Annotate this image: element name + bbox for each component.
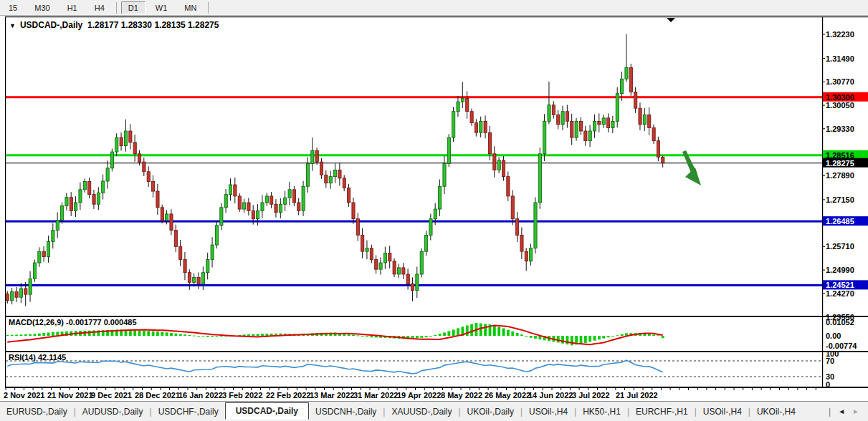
tab-audusd-daily[interactable]: AUDUSD-,Daily	[76, 404, 150, 420]
time-label: 21 Jul 2022	[616, 391, 658, 400]
macd-name: MACD(12,26,9)	[9, 318, 64, 326]
tab-usdchf-daily[interactable]: USDCHF-,Daily	[152, 404, 225, 420]
main-chart-area[interactable]	[6, 17, 822, 316]
time-label: 19 Apr 2022	[397, 391, 441, 400]
time-label: 3 Jul 2022	[572, 391, 610, 400]
time-label: 22 Feb 2022	[266, 391, 310, 400]
toolbar-separator	[116, 2, 117, 14]
rsi-panel[interactable]	[6, 352, 822, 387]
chart-window: 1.322301.314901.307701.300501.293301.278…	[0, 16, 868, 401]
tab-usdcnh-daily[interactable]: USDCNH-,Daily	[309, 404, 383, 420]
symbol-tab-bar: EURUSD-,Daily|AUDUSD-,Daily|USDCHF-,Dail…	[0, 401, 868, 421]
tab-usoil-h4[interactable]: USOil-,H4	[697, 404, 748, 420]
time-label: 31 Mar 2022	[353, 391, 398, 400]
timeframe-button-d1[interactable]: D1	[121, 1, 146, 14]
timeframe-button-15[interactable]: 15	[1, 1, 24, 14]
tab-usoil-h4[interactable]: USOil-,H4	[523, 404, 574, 420]
timeframe-button-mn[interactable]: MN	[177, 1, 204, 14]
tab-separator: |	[829, 407, 831, 417]
tab-ukoil-daily[interactable]: UKOil-,Daily	[461, 404, 520, 420]
mt4-window: 15M30H1H4D1W1MN 1.322301.314901.307701.3…	[0, 0, 868, 421]
tab-usdcad-daily[interactable]: USDCAD-,Daily	[225, 402, 309, 420]
time-label: 9 Dec 2021	[91, 391, 132, 400]
timeframe-button-m30[interactable]: M30	[27, 1, 57, 14]
time-label: 28 Dec 2021	[135, 391, 180, 400]
tab-hk50-h1[interactable]: HK50-,H1	[576, 404, 627, 420]
rsi-name: RSI(14)	[9, 353, 36, 362]
time-label: 2 Nov 2021	[4, 391, 44, 400]
rsi-label: RSI(14) 42.1145	[9, 353, 66, 362]
toolbar-separator	[208, 2, 209, 14]
tab-xauusd-daily[interactable]: XAUUSD-,Daily	[385, 404, 458, 420]
timeframe-toolbar: 15M30H1H4D1W1MN	[0, 0, 868, 16]
tab-eurchf-h1[interactable]: EURCHF-,H1	[629, 404, 695, 420]
time-label: 8 May 2022	[441, 391, 482, 400]
macd-values: -0.001777 0.000485	[66, 318, 136, 326]
time-label: 16 Jan 2022	[178, 391, 223, 400]
timeframe-button-w1[interactable]: W1	[148, 1, 175, 14]
time-label: 13 Mar 2022	[310, 391, 354, 400]
time-label: 14 Jun 2022	[528, 391, 573, 400]
tab-eurusd-daily[interactable]: EURUSD-,Daily	[0, 404, 74, 420]
tab-scroll-left-icon[interactable]: ◄	[838, 408, 845, 415]
macd-label: MACD(12,26,9) -0.001777 0.000485	[9, 318, 137, 326]
timeframe-button-h1[interactable]: H1	[60, 1, 85, 14]
rsi-value: 42.1145	[38, 353, 66, 362]
tab-ukoil-h4[interactable]: UKOil-,H4	[750, 404, 802, 420]
tab-scroll-right-icon[interactable]: ►	[852, 408, 859, 415]
time-label: 21 Nov 2021	[47, 391, 93, 400]
time-label: 26 May 2022	[485, 391, 530, 400]
timeframe-button-h4[interactable]: H4	[87, 1, 112, 14]
time-label: 3 Feb 2022	[222, 391, 262, 400]
price-axis[interactable]	[823, 17, 868, 387]
